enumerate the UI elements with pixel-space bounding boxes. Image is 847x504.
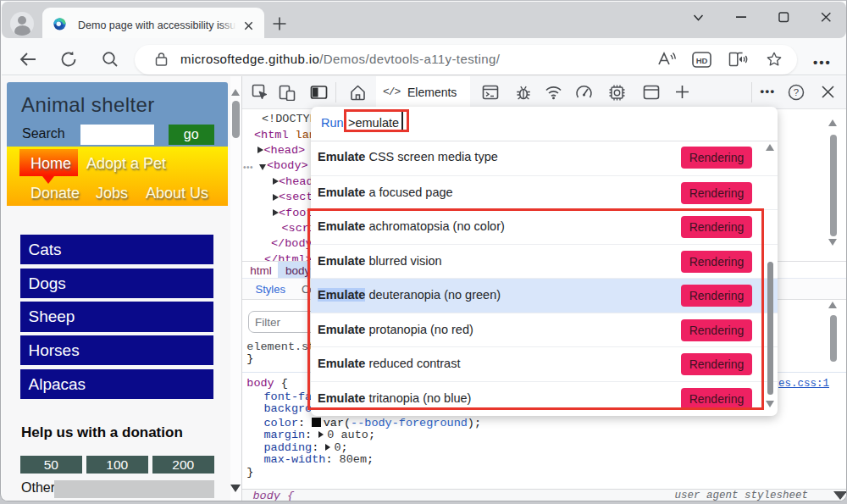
svg-text:?: ? (794, 87, 799, 97)
svg-text:HD: HD (696, 56, 708, 65)
